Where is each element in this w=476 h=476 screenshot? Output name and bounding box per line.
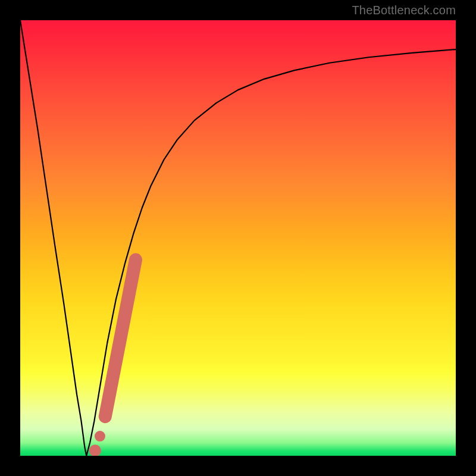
plot-svg: [20, 20, 456, 456]
exclamation-dot: [89, 444, 101, 456]
curve-layer: [20, 20, 456, 456]
exclamation-mid: [95, 431, 105, 441]
chart-frame: TheBottleneck.com: [0, 0, 476, 476]
exclaim-layer: [89, 260, 136, 456]
plot-area: [20, 20, 456, 456]
bottleneck-curve: [20, 20, 456, 456]
watermark-text: TheBottleneck.com: [352, 4, 456, 17]
